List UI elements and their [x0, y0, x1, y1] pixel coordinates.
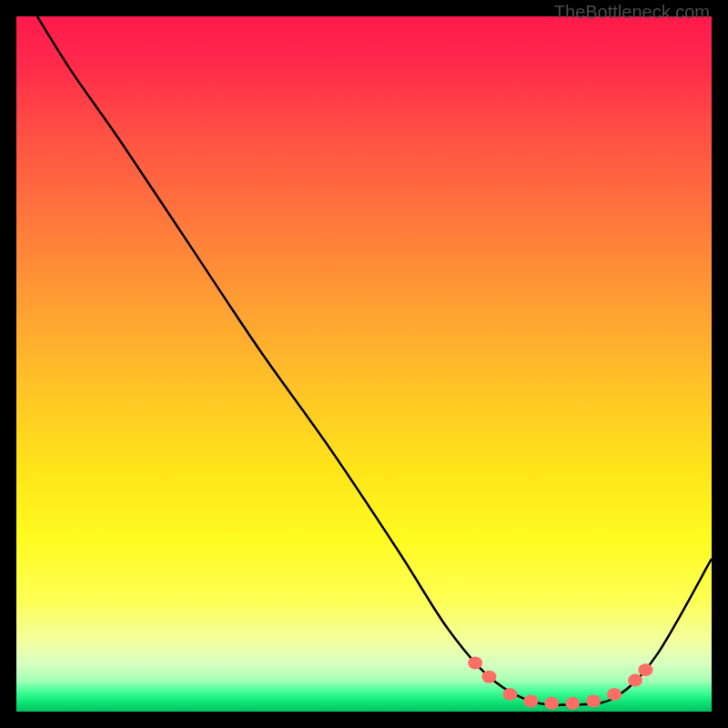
data-marker — [565, 697, 580, 710]
data-marker — [586, 695, 601, 708]
data-marker — [523, 695, 538, 708]
data-marker — [628, 674, 642, 687]
attribution-label: TheBottleneck.com — [554, 2, 710, 23]
data-marker — [638, 663, 652, 676]
data-marker — [468, 657, 482, 670]
data-marker — [544, 697, 559, 710]
data-marker — [502, 688, 517, 701]
data-marker — [607, 688, 622, 701]
bottleneck-curve — [37, 16, 712, 705]
chart-plot-area — [16, 16, 712, 712]
data-marker — [482, 671, 497, 683]
chart-svg — [16, 16, 712, 712]
